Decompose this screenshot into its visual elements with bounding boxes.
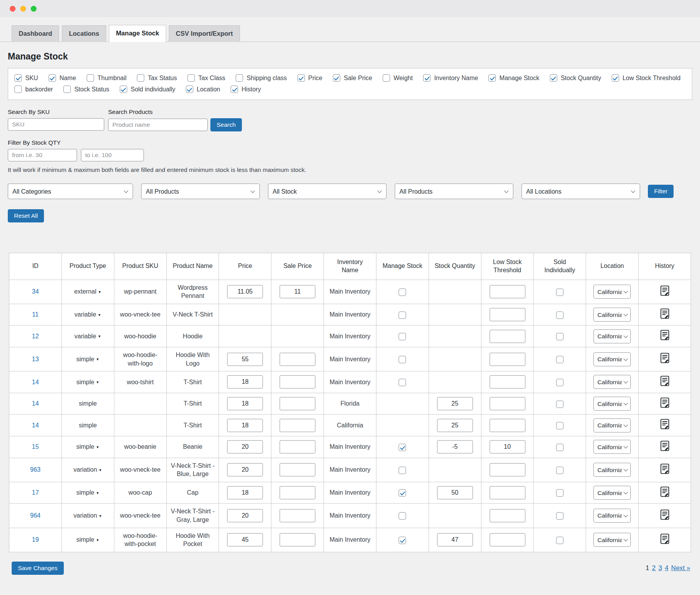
window-zoom-button[interactable] (31, 6, 37, 12)
stock-quantity-input[interactable] (437, 397, 473, 410)
low-stock-threshold-input[interactable] (490, 440, 525, 453)
products-select[interactable]: All Products (142, 184, 259, 199)
low-stock-threshold-input[interactable] (490, 353, 525, 366)
column-toggle-checkbox[interactable] (63, 86, 71, 93)
manage-stock-checkbox[interactable] (399, 356, 406, 363)
sale-price-input[interactable] (280, 285, 315, 298)
sold-individually-checkbox[interactable] (556, 467, 564, 474)
sale-price-input[interactable] (280, 397, 315, 410)
manage-stock-checkbox[interactable] (399, 312, 406, 319)
history-icon[interactable] (659, 397, 671, 409)
sold-individually-checkbox[interactable] (556, 489, 564, 497)
sold-individually-checkbox[interactable] (556, 401, 564, 408)
pagination-next-link[interactable]: Next » (671, 564, 690, 572)
filter-button[interactable]: Filter (648, 185, 674, 198)
column-toggle-checkbox[interactable] (120, 86, 127, 93)
location-select[interactable]: California (594, 509, 630, 522)
sale-price-input[interactable] (280, 440, 315, 453)
history-icon[interactable] (659, 533, 671, 545)
window-minimize-button[interactable] (20, 6, 26, 12)
column-toggle-checkbox[interactable] (612, 74, 619, 82)
product-type-dropdown-icon[interactable]: ▼ (96, 380, 99, 384)
column-toggle-tax-status[interactable]: Tax Status (137, 74, 177, 82)
column-toggle-checkbox[interactable] (236, 74, 243, 82)
product-type-select[interactable]: All Products (395, 184, 513, 199)
low-stock-threshold-input[interactable] (490, 285, 525, 298)
stock-quantity-input[interactable] (437, 533, 473, 546)
column-toggle-backorder[interactable]: backorder (14, 86, 53, 93)
column-toggle-checkbox[interactable] (383, 74, 390, 82)
product-id-link[interactable]: 11 (32, 311, 39, 318)
sale-price-input[interactable] (280, 463, 315, 476)
sold-individually-checkbox[interactable] (556, 444, 564, 451)
column-toggle-checkbox[interactable] (298, 74, 305, 82)
location-select[interactable]: California (594, 397, 630, 410)
product-type-dropdown-icon[interactable]: ▼ (99, 514, 102, 518)
product-id-link[interactable]: 14 (32, 379, 39, 385)
price-input[interactable] (227, 533, 263, 546)
location-select[interactable]: California (594, 308, 630, 321)
manage-stock-checkbox[interactable] (399, 512, 406, 520)
product-id-link[interactable]: 12 (32, 333, 39, 340)
column-toggle-price[interactable]: Price (298, 74, 322, 82)
location-select[interactable]: California (594, 486, 630, 499)
low-stock-threshold-input[interactable] (490, 397, 525, 410)
column-toggle-checkbox[interactable] (49, 74, 56, 82)
sold-individually-checkbox[interactable] (556, 289, 564, 296)
sold-individually-checkbox[interactable] (556, 356, 564, 363)
column-toggle-sold-individually[interactable]: Sold individually (120, 86, 175, 93)
product-type-dropdown-icon[interactable]: ▼ (96, 445, 99, 449)
manage-stock-checkbox[interactable] (399, 379, 406, 386)
manage-stock-checkbox[interactable] (399, 467, 406, 474)
column-toggle-checkbox[interactable] (550, 74, 557, 82)
price-input[interactable] (227, 486, 263, 499)
search-products-input[interactable] (108, 119, 208, 131)
column-toggle-low-stock-threshold[interactable]: Low Stock Threshold (612, 74, 681, 82)
column-toggle-stock-quantity[interactable]: Stock Quantity (550, 74, 601, 82)
location-select[interactable]: California (594, 375, 630, 388)
sold-individually-checkbox[interactable] (556, 512, 564, 520)
price-input[interactable] (227, 285, 263, 298)
product-type-dropdown-icon[interactable]: ▼ (98, 290, 102, 294)
sale-price-input[interactable] (280, 353, 315, 366)
sale-price-input[interactable] (280, 419, 315, 432)
column-toggle-tax-class[interactable]: Tax Class (187, 74, 225, 82)
low-stock-threshold-input[interactable] (490, 486, 525, 499)
location-select[interactable]: California (594, 419, 630, 432)
history-icon[interactable] (659, 329, 671, 341)
location-select[interactable]: California (594, 440, 630, 453)
column-toggle-checkbox[interactable] (423, 74, 430, 82)
location-select[interactable]: California (594, 463, 630, 476)
location-select[interactable]: California (594, 533, 630, 546)
manage-stock-checkbox[interactable] (399, 537, 406, 544)
history-icon[interactable] (659, 463, 671, 475)
product-id-link[interactable]: 14 (32, 400, 39, 407)
price-input[interactable] (227, 463, 263, 476)
column-toggle-thumbnail[interactable]: Thumbnail (87, 74, 127, 82)
low-stock-threshold-input[interactable] (490, 463, 525, 476)
column-toggle-checkbox[interactable] (488, 74, 496, 82)
column-toggle-checkbox[interactable] (14, 74, 22, 82)
search-sku-input[interactable] (8, 118, 104, 131)
sold-individually-checkbox[interactable] (556, 379, 564, 386)
price-input[interactable] (227, 440, 263, 453)
column-toggle-checkbox[interactable] (14, 86, 22, 93)
column-toggle-checkbox[interactable] (187, 74, 195, 82)
history-icon[interactable] (659, 352, 671, 364)
low-stock-threshold-input[interactable] (490, 308, 525, 321)
search-button[interactable]: Search (210, 118, 242, 131)
stock-select[interactable]: All Stock (268, 184, 386, 199)
history-icon[interactable] (659, 418, 671, 430)
column-toggle-checkbox[interactable] (186, 86, 193, 93)
sold-individually-checkbox[interactable] (556, 537, 564, 544)
manage-stock-checkbox[interactable] (399, 333, 406, 340)
price-input[interactable] (227, 375, 263, 388)
column-toggle-checkbox[interactable] (137, 74, 144, 82)
pagination-page-link[interactable]: 2 (652, 564, 655, 572)
stock-qty-to-input[interactable] (81, 149, 144, 161)
column-toggle-checkbox[interactable] (87, 74, 94, 82)
column-toggle-weight[interactable]: Weight (383, 74, 413, 82)
window-close-button[interactable] (10, 6, 16, 12)
column-toggle-location[interactable]: Location (186, 86, 220, 93)
low-stock-threshold-input[interactable] (490, 533, 525, 546)
